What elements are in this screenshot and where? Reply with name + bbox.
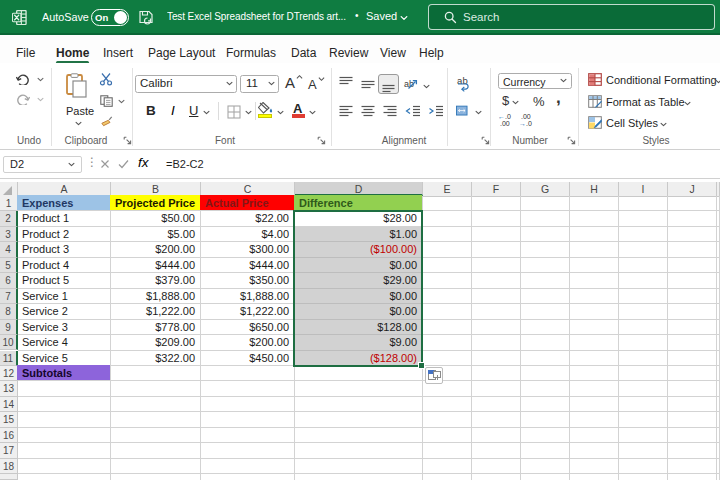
svg-text:.00: .00 [521, 113, 531, 120]
svg-text:←.0: ←.0 [498, 113, 511, 120]
svg-text:.00: .00 [500, 120, 510, 127]
svg-text:→.0: →.0 [519, 120, 532, 127]
